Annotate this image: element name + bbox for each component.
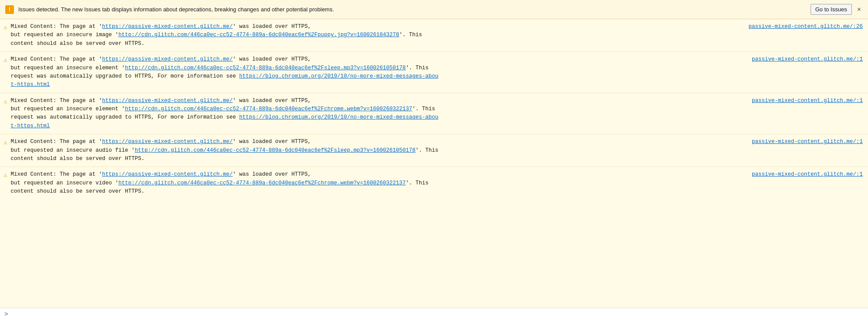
source-link-5[interactable]: passive-mixed-content.glitch.me/:1 [752,170,863,179]
resource-link-1[interactable]: http://cdn.glitch.com/446ca0ec-cc52-4774… [118,32,399,38]
resource-link-2[interactable]: http://cdn.glitch.com/446ca0ec-cc52-4774… [125,65,406,71]
message-content-1: passive-mixed-content.glitch.me/:26 Mixe… [10,23,863,48]
resource-link-5[interactable]: http://cdn.glitch.com/446ca0ec-cc52-4774… [118,180,406,186]
issues-banner-left: ! Issues detected. The new Issues tab di… [5,5,334,14]
resource-link-3[interactable]: http://cdn.glitch.com/446ca0ec-cc52-4774… [125,106,412,112]
warning-triangle-icon: ⚠ [3,98,7,105]
resource-link-4[interactable]: http://cdn.glitch.com/446ca0ec-cc52-4774… [135,147,415,153]
issues-banner-text: Issues detected. The new Issues tab disp… [18,6,334,13]
message-content-5: passive-mixed-content.glitch.me/:1 Mixed… [10,170,863,196]
page-link-1[interactable]: https://passive-mixed-content.glitch.me/ [102,24,232,30]
chevron-right-icon[interactable]: > [4,311,8,318]
message-row: ⚠ passive-mixed-content.glitch.me/:1 Mix… [0,167,868,199]
message-content-2: passive-mixed-content.glitch.me/:1 Mixed… [10,55,863,89]
message-content-3: passive-mixed-content.glitch.me/:1 Mixed… [10,97,863,131]
warning-icon-banner: ! [5,5,14,14]
issues-banner-right: Go to Issues × [811,4,863,15]
message-row: ⚠ passive-mixed-content.glitch.me/:26 Mi… [0,19,868,52]
page-link-5[interactable]: https://passive-mixed-content.glitch.me/ [102,171,232,177]
page-link-2[interactable]: https://passive-mixed-content.glitch.me/ [102,56,232,62]
page-link-3[interactable]: https://passive-mixed-content.glitch.me/ [102,98,232,104]
message-row: ⚠ passive-mixed-content.glitch.me/:1 Mix… [0,93,868,135]
warning-triangle-icon: ⚠ [3,56,7,64]
go-to-issues-button[interactable]: Go to Issues [811,4,852,15]
message-content-4: passive-mixed-content.glitch.me/:1 Mixed… [10,138,863,163]
source-link-2[interactable]: passive-mixed-content.glitch.me/:1 [752,55,863,64]
warning-triangle-icon: ⚠ [3,171,7,179]
message-row: ⚠ passive-mixed-content.glitch.me/:1 Mix… [0,134,868,167]
source-link-1[interactable]: passive-mixed-content.glitch.me/:26 [748,23,863,31]
bottom-bar: > [0,308,868,320]
console-wrapper: ! Issues detected. The new Issues tab di… [0,0,868,320]
source-link-3[interactable]: passive-mixed-content.glitch.me/:1 [752,97,863,105]
warning-triangle-icon: ⚠ [3,24,7,31]
source-link-4[interactable]: passive-mixed-content.glitch.me/:1 [752,138,863,146]
close-button[interactable]: × [855,6,863,14]
messages-area: ⚠ passive-mixed-content.glitch.me/:26 Mi… [0,19,868,308]
message-row: ⚠ passive-mixed-content.glitch.me/:1 Mix… [0,52,868,93]
warning-triangle-icon: ⚠ [3,139,7,146]
issues-banner: ! Issues detected. The new Issues tab di… [0,0,868,19]
page-link-4[interactable]: https://passive-mixed-content.glitch.me/ [102,139,232,145]
